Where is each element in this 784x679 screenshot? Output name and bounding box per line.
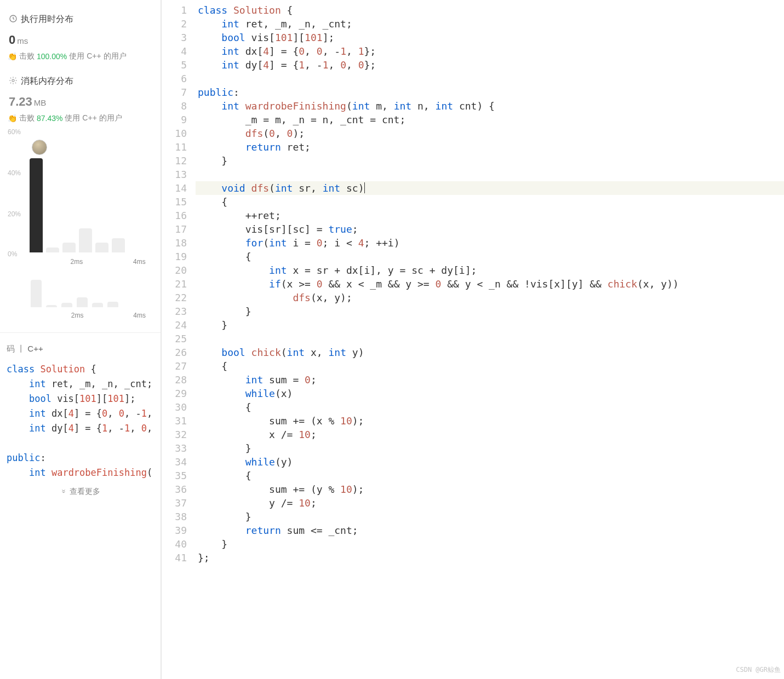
clap-icon: 👏	[8, 52, 17, 61]
code-editor[interactable]: 1234567891011121314151617181920212223242…	[162, 0, 784, 679]
memory-title-text: 消耗内存分布	[21, 76, 73, 87]
chart-bars	[30, 132, 155, 252]
runtime-title-text: 执行用时分布	[21, 14, 73, 25]
code-body[interactable]: class Solution { int ret, _m, _n, _cnt; …	[196, 3, 784, 679]
code-snippet-preview: class Solution { int ret, _m, _n, _cnt; …	[7, 362, 155, 480]
svg-point-1	[12, 79, 14, 82]
stats-sidebar: 执行用时分布 0ms 👏 击败 100.00% 使用 C++ 的用户 消耗内存分…	[0, 0, 162, 679]
line-gutter: 1234567891011121314151617181920212223242…	[162, 3, 196, 679]
runtime-panel-title: 执行用时分布	[9, 14, 155, 25]
snippet-header: 码 丨 C++	[7, 344, 155, 354]
clock-icon	[9, 14, 18, 25]
chevron-down-icon	[60, 487, 67, 496]
see-more-link[interactable]: 查看更多	[5, 487, 155, 497]
mini-chart[interactable]: 2ms 4ms	[8, 277, 155, 320]
runtime-beat-line: 👏 击败 100.00% 使用 C++ 的用户	[8, 51, 155, 61]
gear-icon	[9, 76, 18, 87]
watermark: CSDN @GR鲸鱼	[736, 663, 781, 677]
memory-panel-title: 消耗内存分布	[9, 76, 155, 87]
clap-icon: 👏	[8, 114, 17, 123]
divider	[0, 332, 161, 333]
runtime-distribution-chart[interactable]: 60% 40% 20% 0% 2ms 4ms	[8, 132, 155, 269]
runtime-value: 0ms	[9, 33, 155, 47]
memory-value: 7.23MB	[9, 95, 155, 109]
memory-beat-line: 👏 击败 87.43% 使用 C++ 的用户	[8, 113, 155, 123]
